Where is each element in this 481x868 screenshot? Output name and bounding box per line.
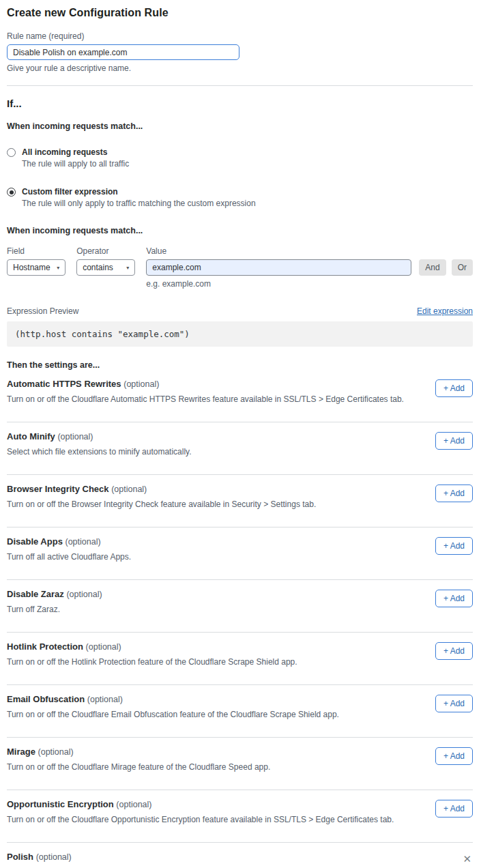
create-configuration-rule-page: Create new Configuration Rule Rule name … <box>0 0 481 868</box>
radio-option-custom-filter-expression[interactable]: Custom filter expression The rule will o… <box>7 187 473 208</box>
value-hint: e.g. example.com <box>146 279 411 289</box>
setting-row-email-obfuscation: Email Obfuscation (optional) Turn on or … <box>7 685 473 738</box>
setting-name: Automatic HTTPS Rewrites <box>7 379 121 389</box>
setting-row-polish: Polish (optional) ✕ Change the settings … <box>7 843 473 868</box>
operator-label: Operator <box>76 246 135 256</box>
radio-option-all-incoming-requests[interactable]: All incoming requests The rule will appl… <box>7 147 473 169</box>
add-button[interactable]: + Add <box>435 537 473 555</box>
setting-name: Auto Minify <box>7 431 55 442</box>
optional-tag: (optional) <box>123 379 159 389</box>
rule-name-input[interactable] <box>7 44 239 60</box>
setting-name: Polish <box>7 852 33 862</box>
optional-tag: (optional) <box>36 852 72 862</box>
radio-label: All incoming requests <box>22 147 129 157</box>
setting-row-opportunistic-encryption: Opportunistic Encryption (optional) Turn… <box>7 790 473 843</box>
expression-preview-label: Expression Preview <box>7 306 78 316</box>
setting-row-disable-zaraz: Disable Zaraz (optional) Turn off Zaraz.… <box>7 580 473 633</box>
optional-tag: (optional) <box>111 484 147 494</box>
edit-expression-link[interactable]: Edit expression <box>417 306 473 316</box>
field-select-value: Hostname <box>13 263 50 272</box>
optional-tag: (optional) <box>86 642 121 652</box>
setting-row-hotlink-protection: Hotlink Protection (optional) Turn on or… <box>7 633 473 685</box>
radio-description: The rule will only apply to traffic matc… <box>22 199 256 208</box>
operator-select-value: contains <box>83 263 113 272</box>
add-button[interactable]: + Add <box>435 484 473 502</box>
expression-preview-row: Expression Preview Edit expression <box>7 306 473 316</box>
close-icon[interactable]: ✕ <box>461 852 473 865</box>
optional-tag: (optional) <box>65 537 101 547</box>
expression-builder-row: Field Hostname ▾ Operator contains ▾ Val… <box>7 246 473 289</box>
add-button[interactable]: + Add <box>435 590 473 607</box>
incoming-requests-match-heading: When incoming requests match... <box>7 121 473 131</box>
or-button[interactable]: Or <box>452 259 473 276</box>
chevron-down-icon: ▾ <box>57 265 59 271</box>
add-button[interactable]: + Add <box>435 695 473 712</box>
setting-description: Turn off all active Cloudflare Apps. <box>7 552 131 562</box>
value-label: Value <box>146 246 411 256</box>
radio-button-checked[interactable] <box>7 188 16 197</box>
setting-description: Turn on or off the Cloudflare Email Obfu… <box>7 710 339 719</box>
add-button[interactable]: + Add <box>435 800 473 818</box>
setting-row-auto-minify: Auto Minify (optional) Select which file… <box>7 422 473 475</box>
setting-description: Turn on or off the Browser Integrity Che… <box>7 500 316 509</box>
radio-description: The rule will apply to all traffic <box>22 159 129 169</box>
field-label: Field <box>7 246 65 256</box>
setting-name: Opportunistic Encryption <box>7 799 114 809</box>
setting-row-mirage: Mirage (optional) Turn on or off the Clo… <box>7 738 473 790</box>
add-button[interactable]: + Add <box>435 747 473 765</box>
setting-description: Turn on or off the Cloudflare Automatic … <box>7 394 404 404</box>
if-heading: If... <box>7 98 473 109</box>
expression-builder-heading: When incoming requests match... <box>7 226 473 235</box>
and-button[interactable]: And <box>419 259 446 276</box>
radio-label: Custom filter expression <box>22 187 256 197</box>
add-button[interactable]: + Add <box>435 379 473 397</box>
optional-tag: (optional) <box>57 432 93 442</box>
value-input[interactable] <box>146 259 411 276</box>
divider <box>7 85 473 86</box>
setting-description: Turn on or off the Cloudflare Mirage fea… <box>7 762 270 772</box>
add-button[interactable]: + Add <box>435 432 473 450</box>
page-title: Create new Configuration Rule <box>7 7 473 19</box>
setting-name: Disable Zaraz <box>7 589 64 599</box>
setting-row-browser-integrity-check: Browser Integrity Check (optional) Turn … <box>7 475 473 527</box>
optional-tag: (optional) <box>38 747 74 757</box>
setting-description: Select which file extensions to minify a… <box>7 447 192 457</box>
optional-tag: (optional) <box>66 590 102 599</box>
optional-tag: (optional) <box>116 800 151 809</box>
rule-name-helper: Give your rule a descriptive name. <box>7 63 473 73</box>
chevron-down-icon: ▾ <box>126 265 129 271</box>
field-select[interactable]: Hostname ▾ <box>7 259 65 276</box>
add-button[interactable]: + Add <box>435 642 473 660</box>
radio-button-unchecked[interactable] <box>7 148 16 157</box>
setting-description: Turn off Zaraz. <box>7 605 102 614</box>
setting-name: Browser Integrity Check <box>7 484 109 494</box>
expression-code: (http.host contains "example.com") <box>7 321 473 347</box>
setting-description: Turn on or off the Hotlink Protection fe… <box>7 657 297 667</box>
operator-select[interactable]: contains ▾ <box>76 259 135 276</box>
rule-name-block: Rule name (required) Give your rule a de… <box>7 31 473 73</box>
setting-name: Disable Apps <box>7 536 63 547</box>
setting-name: Mirage <box>7 747 35 757</box>
then-settings-heading: Then the settings are... <box>7 360 473 370</box>
setting-name: Email Obfuscation <box>7 694 85 704</box>
setting-row-disable-apps: Disable Apps (optional) Turn off all act… <box>7 527 473 580</box>
rule-name-label: Rule name (required) <box>7 31 473 41</box>
setting-name: Hotlink Protection <box>7 641 83 652</box>
optional-tag: (optional) <box>87 695 123 704</box>
setting-row-automatic-https-rewrites: Automatic HTTPS Rewrites (optional) Turn… <box>7 370 473 422</box>
setting-description: Turn on or off the Cloudflare Opportunis… <box>7 815 394 824</box>
